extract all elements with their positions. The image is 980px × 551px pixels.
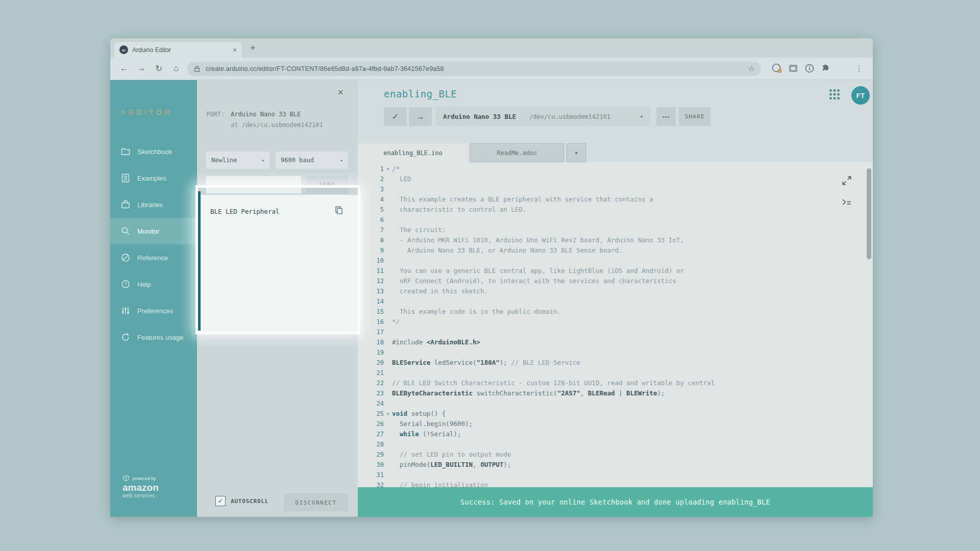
status-toast: Success: Saved on your online Sketchbook… [358, 487, 873, 517]
sidebar-item-preferences[interactable]: Preferences [110, 297, 197, 324]
url-text: create.arduino.cc/editor/FT-CONTENT/86e6… [206, 65, 744, 72]
help-icon: ? [120, 279, 131, 289]
forward-icon[interactable]: → [136, 63, 147, 73]
sidebar-item-reference[interactable]: Reference [110, 244, 197, 271]
page-content: >EDITOR SketchbookExamplesLibrariesMonit… [110, 80, 873, 517]
autoscroll-checkbox[interactable]: ✓ [215, 496, 226, 506]
file-tabs: enabling_BLE.ino ReadMe.adoc ▾ [358, 142, 873, 162]
board-port: /dev/cu.usbmodem142101 [529, 113, 610, 120]
sidebar-item-label: Reference [137, 254, 168, 262]
code-line: 32 // begin initialization [358, 480, 873, 487]
send-button[interactable]: SEND [306, 176, 348, 193]
browser-menu-icon[interactable]: ⋮ [855, 63, 863, 73]
serial-output-console: BLE LED Peripheral [198, 195, 358, 332]
sidebar-item-sketchbook[interactable]: Sketchbook [110, 138, 197, 165]
port-path: at /dev/cu.usbmodem142101 [231, 121, 323, 129]
extensions-puzzle-icon[interactable] [820, 63, 831, 74]
extension-box-icon[interactable] [788, 63, 799, 74]
port-label: PORT: [206, 111, 225, 118]
code-line: 20BLEService ledService("180A"); // BLE … [358, 358, 873, 368]
monitor-icon [120, 226, 131, 236]
code-line: 7 The circuit: [358, 225, 873, 235]
baud-rate-select[interactable]: 9600 baud ▾ [276, 152, 348, 169]
code-line: 9 Arduino Nano 33 BLE, or Arduino Nano 3… [358, 245, 873, 256]
tabs-dropdown-button[interactable]: ▾ [567, 143, 586, 162]
monitor-close-icon[interactable]: × [338, 86, 344, 97]
logo-chevron-icon: > [120, 108, 125, 116]
reload-icon[interactable]: ↻ [153, 63, 164, 74]
code-line: 23BLEByteCharacteristic switchCharacteri… [358, 388, 873, 398]
sidebar-item-label: Preferences [137, 307, 173, 315]
board-name: Arduino Nano 33 BLE [443, 113, 516, 120]
code-line: 17 [358, 327, 873, 337]
tab-close-icon[interactable]: × [233, 46, 237, 54]
code-line: 13 created in this sketch. [358, 286, 873, 296]
sidebar-item-features-usage[interactable]: Features usage [110, 324, 197, 350]
serial-message-input[interactable] [206, 176, 301, 193]
sidebar-item-libraries[interactable]: Libraries [110, 191, 197, 218]
line-ending-value: Newline [211, 157, 237, 164]
user-avatar[interactable]: FT [851, 86, 870, 105]
code-line: 29 // set LED pin to output mode [358, 449, 873, 460]
code-line: 3 [358, 184, 873, 194]
fullscreen-icon[interactable] [841, 175, 852, 186]
tab-readme-adoc[interactable]: ReadMe.adoc [470, 143, 564, 162]
profile-badge-icon[interactable]: 1 [771, 63, 782, 74]
bookmark-star-icon[interactable]: ☆ [748, 64, 755, 73]
code-line: 4 This example creates a BLE peripheral … [358, 194, 873, 205]
browser-tabstrip: ∞ Arduino Editor × + [110, 38, 873, 58]
info-icon[interactable] [804, 63, 815, 74]
sketch-title: enabling_BLE [384, 88, 457, 99]
sidebar-item-label: Features usage [137, 334, 183, 341]
share-button[interactable]: SHARE [679, 107, 710, 126]
code-editor[interactable]: 1▾/*2 LED34 This example creates a BLE p… [358, 162, 873, 487]
baud-rate-value: 9600 baud [281, 157, 314, 164]
highlight-accent-bar [198, 191, 201, 331]
code-line: 18#include <ArduinoBLE.h> [358, 337, 873, 347]
arduino-favicon-icon: ∞ [119, 45, 128, 54]
sketchbook-icon [120, 146, 131, 157]
chevron-down-icon: ▾ [257, 158, 264, 163]
back-icon[interactable]: ← [118, 63, 130, 73]
code-line: 21 [358, 368, 873, 378]
new-tab-button[interactable]: + [250, 43, 256, 54]
browser-window: ∞ Arduino Editor × + ← → ↻ ⌂ create.ardu… [110, 38, 873, 517]
console-format-icon[interactable] [841, 196, 852, 208]
code-line: 1▾/* [358, 164, 873, 174]
serial-monitor-panel: × PORT: Arduino Nano 33 BLE at /dev/cu.u… [197, 80, 358, 517]
copy-icon[interactable] [334, 206, 344, 215]
more-actions-button[interactable]: ••• [656, 107, 676, 126]
code-line: 27 while (!Serial); [358, 429, 873, 439]
examples-icon [120, 173, 131, 183]
sidebar-menu: SketchbookExamplesLibrariesMonitorRefere… [110, 138, 197, 350]
browser-tab[interactable]: ∞ Arduino Editor × [114, 42, 242, 58]
code-line: 10 [358, 256, 873, 266]
serial-output-line: BLE LED Peripheral [210, 208, 279, 215]
sidebar-item-label: Help [137, 281, 151, 288]
tab-enabling-ble-ino[interactable]: enabling_BLE.ino [358, 143, 468, 162]
code-line: 22// BLE LED Switch Characteristic - cus… [358, 378, 873, 388]
svg-text:?: ? [124, 282, 127, 287]
apps-grid-icon[interactable] [828, 88, 841, 101]
board-select[interactable]: Arduino Nano 33 BLE /dev/cu.usbmodem1421… [436, 107, 650, 126]
disconnect-button[interactable]: DISCONNECT [284, 493, 348, 512]
libraries-icon [120, 199, 131, 210]
editor-main: enabling_BLE ✓ → Arduino Nano 33 BLE /de… [358, 80, 873, 517]
aws-sub-label: web services [122, 493, 159, 498]
upload-button[interactable]: → [409, 107, 432, 126]
verify-button[interactable]: ✓ [384, 107, 407, 126]
sidebar-item-monitor[interactable]: Monitor [110, 218, 197, 244]
features-usage-icon [120, 332, 131, 342]
code-line: 19 [358, 347, 873, 358]
editor-scrollbar[interactable] [867, 168, 871, 259]
code-line: 30 pinMode(LED_BUILTIN, OUTPUT); [358, 460, 873, 470]
sidebar-item-examples[interactable]: Examples [110, 165, 197, 191]
sidebar-item-help[interactable]: ?Help [110, 271, 197, 297]
browser-toolbar: ← → ↻ ⌂ create.arduino.cc/editor/FT-CONT… [110, 58, 873, 80]
lock-icon [193, 65, 201, 73]
address-bar[interactable]: create.arduino.cc/editor/FT-CONTENT/86e6… [187, 62, 761, 76]
autoscroll-label: AUTOSCROLL [231, 498, 268, 505]
sidebar-item-label: Libraries [137, 201, 163, 209]
line-ending-select[interactable]: Newline ▾ [206, 152, 270, 169]
home-icon[interactable]: ⌂ [170, 63, 182, 73]
